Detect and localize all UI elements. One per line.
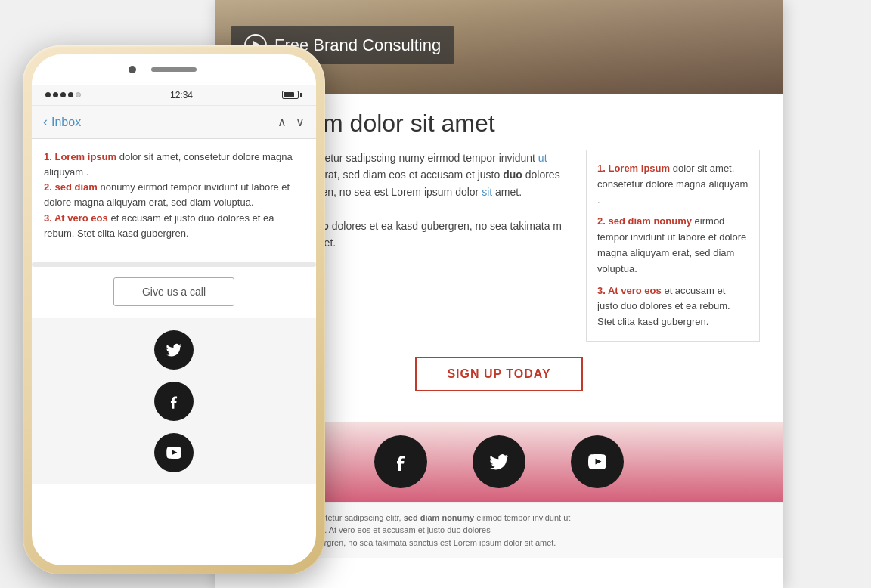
phone-youtube-icon[interactable] [154,433,194,472]
phone-email-nav: ‹ Inbox ∧ ∨ [32,106,316,139]
sidebar-label-2: 2. sed diam nonumy [597,215,692,227]
sidebar-item-2: 2. sed diam nonumy eirmod tempor invidun… [597,214,749,277]
dot-3 [60,92,66,97]
phone-item-label-1: 1. Lorem ipsum [44,151,116,162]
body-link-1[interactable]: ut [538,152,547,164]
phone-facebook-icon[interactable] [154,382,194,421]
phone-status-bar: 12:34 [32,85,316,106]
desktop-sidebar-box: 1. Lorem ipsum dolor sit amet, consetetu… [586,150,760,342]
back-chevron-icon: ‹ [43,114,48,130]
phone-twitter-icon[interactable] [154,330,194,370]
phone-social-section [32,318,316,484]
phone-item-label-2: 2. sed diam [44,181,98,193]
dot-5 [76,92,81,97]
dot-4 [68,92,73,97]
back-button[interactable]: ‹ Inbox [43,114,81,130]
desktop-twitter-icon[interactable] [473,435,525,488]
desktop-youtube-icon[interactable] [571,435,624,488]
next-message-button[interactable]: ∨ [296,115,305,129]
battery-body [282,91,299,99]
phone-divider [32,262,316,267]
phone-cta-button[interactable]: Give us a call [113,277,234,306]
phone-screen: 12:34 ‹ Inbox ∧ ∨ [32,54,316,565]
signal-icon [45,92,81,97]
dot-1 [45,92,51,97]
phone-outer: 12:34 ‹ Inbox ∧ ∨ [23,45,325,574]
battery-fill [284,92,294,97]
phone-item-label-3: 3. At vero eos [44,212,108,224]
inbox-label: Inbox [51,116,81,129]
battery-tip [300,93,302,97]
dot-2 [53,92,58,97]
phone-email-paragraph: 1. Lorem ipsum dolor sit amet, consetetu… [44,150,304,241]
sidebar-item-3: 3. At vero eos et accusam et justo duo d… [597,283,749,330]
sidebar-label-1: 1. Lorem ipsum [597,162,670,174]
phone-speaker [151,67,197,72]
phone-time: 12:34 [170,90,193,101]
phone-top-bar [32,54,316,85]
sidebar-item-1: 1. Lorem ipsum dolor sit amet, consetetu… [597,161,749,208]
sidebar-label-3: 3. At vero eos [597,285,662,296]
phone-camera [129,66,136,73]
body-link-2[interactable]: sit [482,186,492,198]
battery-icon [282,91,302,99]
desktop-facebook-icon[interactable] [374,435,427,488]
prev-message-button[interactable]: ∧ [277,115,287,129]
phone-mockup: 12:34 ‹ Inbox ∧ ∨ [23,45,325,574]
nav-arrows: ∧ ∨ [277,115,305,129]
phone-email-body: 1. Lorem ipsum dolor sit amet, consetetu… [32,139,316,252]
signup-button[interactable]: SIGN UP TODAY [415,357,582,391]
